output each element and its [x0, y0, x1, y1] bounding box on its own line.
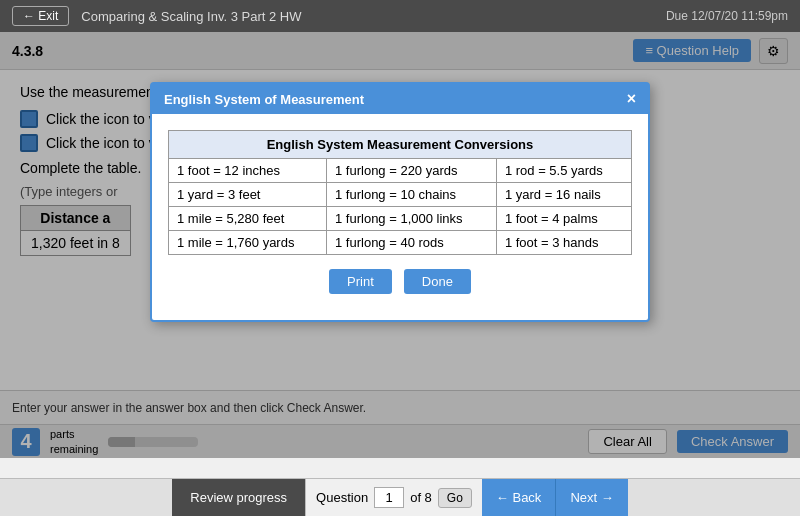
top-bar: ← Exit Comparing & Scaling Inv. 3 Part 2…: [0, 0, 800, 32]
nav-bar: Review progress Question of 8 Go ← Back …: [0, 478, 800, 516]
modal-header: English System of Measurement ×: [152, 84, 648, 114]
conv-r1-c1: 1 foot = 12 inches: [169, 159, 327, 183]
conv-r4-c1: 1 mile = 1,760 yards: [169, 231, 327, 255]
conv-r4-c2: 1 furlong = 40 rods: [327, 231, 497, 255]
main-area: 4.3.8 ≡ Question Help ⚙ Use the measurem…: [0, 32, 800, 458]
print-button[interactable]: Print: [329, 269, 392, 294]
conversion-row-1: 1 foot = 12 inches 1 furlong = 220 yards…: [169, 159, 632, 183]
back-button[interactable]: ← Back: [482, 479, 557, 517]
exit-button[interactable]: ← Exit: [12, 6, 69, 26]
modal-dialog: English System of Measurement × English …: [150, 82, 650, 322]
conversion-row-3: 1 mile = 5,280 feet 1 furlong = 1,000 li…: [169, 207, 632, 231]
conv-r3-c1: 1 mile = 5,280 feet: [169, 207, 327, 231]
conv-r2-c2: 1 furlong = 10 chains: [327, 183, 497, 207]
question-label: Question: [316, 490, 368, 505]
done-button[interactable]: Done: [404, 269, 471, 294]
question-nav: Question of 8 Go: [305, 479, 482, 517]
conv-r4-c3: 1 foot = 3 hands: [496, 231, 631, 255]
conv-r1-c3: 1 rod = 5.5 yards: [496, 159, 631, 183]
conv-r2-c3: 1 yard = 16 nails: [496, 183, 631, 207]
of-label: of 8: [410, 490, 432, 505]
conversion-table-title: English System Measurement Conversions: [169, 131, 632, 159]
conversion-row-4: 1 mile = 1,760 yards 1 furlong = 40 rods…: [169, 231, 632, 255]
question-number-input[interactable]: [374, 487, 404, 508]
assignment-title: Comparing & Scaling Inv. 3 Part 2 HW: [81, 9, 301, 24]
modal-body: English System Measurement Conversions 1…: [152, 114, 648, 320]
conv-r1-c2: 1 furlong = 220 yards: [327, 159, 497, 183]
conv-r2-c1: 1 yard = 3 feet: [169, 183, 327, 207]
review-progress-button[interactable]: Review progress: [172, 479, 305, 517]
modal-title: English System of Measurement: [164, 92, 364, 107]
go-button[interactable]: Go: [438, 488, 472, 508]
top-bar-left: ← Exit Comparing & Scaling Inv. 3 Part 2…: [12, 6, 301, 26]
due-date: Due 12/07/20 11:59pm: [666, 9, 788, 23]
modal-footer: Print Done: [168, 269, 632, 304]
conv-r3-c3: 1 foot = 4 palms: [496, 207, 631, 231]
conversion-table: English System Measurement Conversions 1…: [168, 130, 632, 255]
conv-r3-c2: 1 furlong = 1,000 links: [327, 207, 497, 231]
conversion-row-2: 1 yard = 3 feet 1 furlong = 10 chains 1 …: [169, 183, 632, 207]
next-button[interactable]: Next →: [556, 479, 627, 517]
modal-overlay: English System of Measurement × English …: [0, 32, 800, 458]
modal-close-button[interactable]: ×: [627, 90, 636, 108]
